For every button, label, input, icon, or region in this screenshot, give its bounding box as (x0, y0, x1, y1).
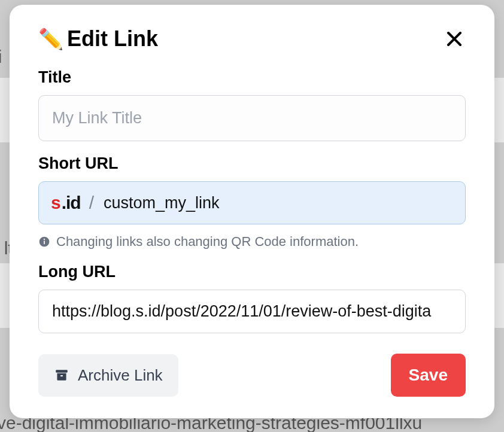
svg-rect-1 (44, 241, 45, 244)
sid-logo-s: s (51, 193, 61, 213)
modal-title-text: Edit Link (67, 26, 158, 51)
title-label: Title (38, 68, 466, 87)
short-url-label: Short URL (38, 154, 466, 173)
info-icon (38, 236, 50, 248)
modal-header: ✏️ Edit Link (38, 26, 466, 51)
title-input[interactable] (38, 95, 466, 141)
sid-logo-id: .id (62, 193, 81, 213)
modal-footer: Archive Link Save (38, 354, 466, 397)
title-field-group: Title (38, 68, 466, 141)
sid-logo: s .id (51, 193, 81, 213)
short-url-input[interactable] (104, 194, 453, 212)
archive-link-label: Archive Link (78, 366, 163, 385)
save-button-label: Save (409, 366, 448, 384)
sid-separator: / (89, 193, 94, 213)
modal-title: ✏️ Edit Link (38, 26, 158, 51)
short-url-box: s .id / (38, 181, 466, 224)
svg-rect-3 (56, 370, 68, 372)
short-url-hint: Changing links also changing QR Code inf… (38, 234, 466, 250)
pencil-icon: ✏️ (38, 29, 63, 49)
archive-link-button[interactable]: Archive Link (38, 354, 178, 397)
background-text: gi (0, 47, 2, 67)
edit-link-modal: ✏️ Edit Link Title Short URL s .id / (10, 5, 494, 418)
close-button[interactable] (443, 28, 466, 50)
short-url-field-group: Short URL s .id / Changing links also ch… (38, 154, 466, 250)
save-button[interactable]: Save (391, 354, 466, 397)
archive-icon (54, 367, 69, 383)
svg-point-2 (44, 239, 45, 240)
close-icon (445, 30, 463, 48)
long-url-display[interactable]: https://blog.s.id/post/2022/11/01/review… (38, 290, 466, 333)
long-url-field-group: Long URL https://blog.s.id/post/2022/11/… (38, 263, 466, 333)
short-url-hint-text: Changing links also changing QR Code inf… (56, 234, 359, 250)
svg-rect-4 (60, 375, 63, 376)
long-url-label: Long URL (38, 263, 466, 281)
